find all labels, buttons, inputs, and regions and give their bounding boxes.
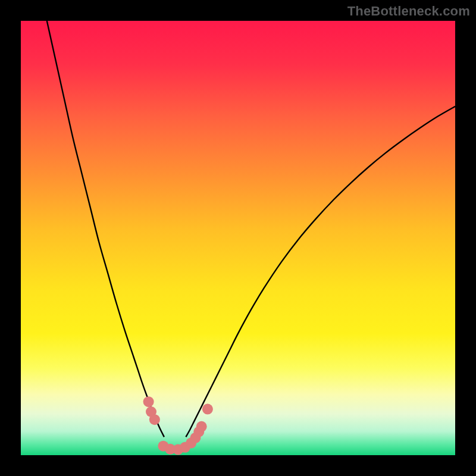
marker-left-dot-1 (143, 396, 154, 407)
marker-left-dot-3 (149, 414, 160, 425)
chart-frame: TheBottleneck.com (0, 0, 476, 476)
chart-svg (21, 21, 455, 455)
plot-area (21, 21, 455, 455)
marker-floor-8 (196, 421, 207, 432)
watermark-text: TheBottleneck.com (347, 4, 470, 19)
gradient-background (21, 21, 455, 455)
marker-right-dot-1 (202, 404, 213, 415)
